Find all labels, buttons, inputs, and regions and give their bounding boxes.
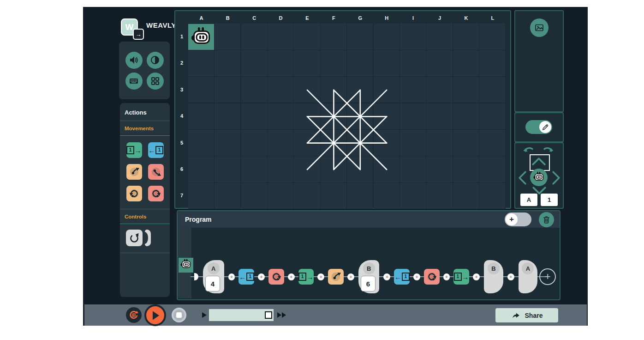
program-step-3-turn-right-90[interactable] (268, 269, 284, 285)
control-block-palette (120, 224, 170, 253)
grid-cell-H6 (374, 156, 400, 182)
reset-button[interactable] (126, 307, 142, 323)
program-row: A4+←1++1→++B6+←1++1→+B+A+ (194, 260, 556, 293)
loop-iterations-input[interactable]: 6 (361, 276, 376, 291)
contrast-button[interactable] (147, 52, 164, 69)
delete-all-button[interactable] (539, 212, 554, 227)
move-up-button[interactable] (532, 158, 546, 167)
grid-cell-K5 (453, 130, 479, 156)
play-icon (150, 310, 161, 321)
speed-slider[interactable] (209, 309, 274, 321)
program-step-2-backward1[interactable]: ←1 (239, 269, 254, 285)
grid-cell-K7 (453, 183, 479, 209)
pen-toggle[interactable] (525, 120, 552, 134)
speed-fast-icon (277, 312, 287, 320)
palette-block-loop[interactable] (126, 230, 151, 246)
add-step-connector[interactable]: + (413, 273, 420, 280)
grid-cell-L2 (479, 50, 506, 77)
move-right-button[interactable] (552, 171, 560, 186)
movements-title: Movements (120, 121, 170, 135)
add-step-connector[interactable]: + (288, 273, 295, 280)
grid-cell-J5 (426, 130, 453, 156)
palette-block-turn-right-90[interactable] (148, 186, 164, 201)
position-column-input[interactable]: A (520, 194, 537, 206)
add-step-connector[interactable]: + (507, 273, 514, 280)
movement-block-palette: 1→←1 (120, 136, 170, 209)
append-step-button[interactable]: + (539, 268, 556, 285)
grid-cell-D6 (268, 156, 294, 182)
add-step-connector[interactable]: + (228, 273, 235, 280)
grid-cell-K2 (453, 50, 479, 77)
position-row-input[interactable]: 1 (541, 194, 558, 206)
program-step-4-forward1[interactable]: 1→ (298, 269, 314, 285)
program-loop-start-B[interactable]: B6 (358, 260, 380, 293)
program-loop-end-A[interactable]: A (519, 260, 538, 293)
palette-block-forward1[interactable]: 1→ (126, 142, 142, 158)
row-header-2: 2 (177, 60, 186, 66)
pen-toggle-knob (539, 121, 551, 133)
add-step-connector[interactable]: + (347, 273, 354, 280)
grid-cell-K4 (453, 103, 479, 130)
robot-icon (180, 258, 192, 270)
loop-iterations-input[interactable]: 4 (205, 276, 220, 291)
stop-button[interactable] (172, 308, 186, 322)
add-step-connector[interactable]: + (258, 273, 265, 280)
share-button[interactable]: Share (495, 308, 558, 322)
utility-panel (119, 42, 170, 99)
add-step-connector[interactable]: + (383, 273, 390, 280)
grid-cell-J7 (426, 183, 453, 209)
program-step-5-turn-left-45[interactable] (328, 269, 344, 285)
move-left-button[interactable] (519, 171, 526, 186)
character-badge[interactable] (530, 169, 548, 186)
speed-slow-icon (202, 312, 207, 320)
chevron-right-icon (552, 171, 560, 185)
add-node-expand-toggle[interactable]: + (505, 212, 531, 226)
divider (120, 253, 170, 253)
column-header-G: G (347, 15, 373, 21)
program-character (179, 258, 193, 273)
add-step-connector[interactable]: + (473, 273, 480, 280)
character-on-grid[interactable] (188, 24, 214, 50)
robot-icon (190, 26, 212, 48)
row-header-6: 6 (177, 166, 186, 172)
chevron-up-icon (532, 158, 546, 165)
column-header-K: K (453, 15, 479, 21)
grid-cell-J3 (426, 77, 453, 103)
grid-cell-A2 (188, 50, 215, 77)
grid-cell-H7 (374, 183, 400, 209)
grid-cell-J4 (426, 103, 453, 130)
keyboard-icon (129, 76, 139, 86)
keyboard-button[interactable] (125, 73, 143, 90)
playback-bar: Share (84, 304, 587, 326)
play-button[interactable] (144, 304, 166, 326)
palette-block-turn-right-45[interactable] (148, 164, 164, 180)
theme-button[interactable] (147, 73, 164, 90)
row-header-1: 1 (177, 34, 186, 39)
add-step-connector[interactable]: + (317, 273, 324, 280)
program-loop-end-B[interactable]: B (484, 260, 503, 293)
palette-block-backward1[interactable]: ←1 (148, 142, 164, 158)
backward-1-icon: ←1 (394, 273, 410, 281)
grid-cell-F6 (321, 156, 347, 182)
palette-block-turn-left-90[interactable] (126, 186, 142, 201)
grid-cell-I7 (400, 183, 426, 209)
redo-icon (542, 145, 554, 154)
program-step-7-backward1[interactable]: ←1 (394, 269, 410, 285)
grid-cell-L7 (479, 183, 506, 209)
add-step-connector[interactable]: + (443, 273, 450, 280)
program-loop-start-A[interactable]: A4 (203, 260, 224, 293)
weavly-logo: W → WEAVLY (121, 18, 176, 36)
audio-button[interactable] (125, 52, 143, 69)
image-icon (534, 23, 544, 33)
palette-block-turn-left-45[interactable] (126, 164, 142, 180)
program-step-8-turn-right-90[interactable] (424, 269, 440, 285)
turn-right-90-icon (426, 271, 438, 283)
grid-cell-E4 (294, 103, 320, 130)
loop-label: A (522, 262, 534, 274)
grid-cell-A3 (188, 77, 215, 103)
speed-slider-handle[interactable] (265, 311, 272, 319)
grid-cell-B1 (215, 24, 241, 50)
scene-background-button[interactable] (530, 18, 549, 37)
grid-cell-D5 (268, 130, 294, 156)
program-step-9-forward1[interactable]: 1→ (453, 269, 469, 285)
